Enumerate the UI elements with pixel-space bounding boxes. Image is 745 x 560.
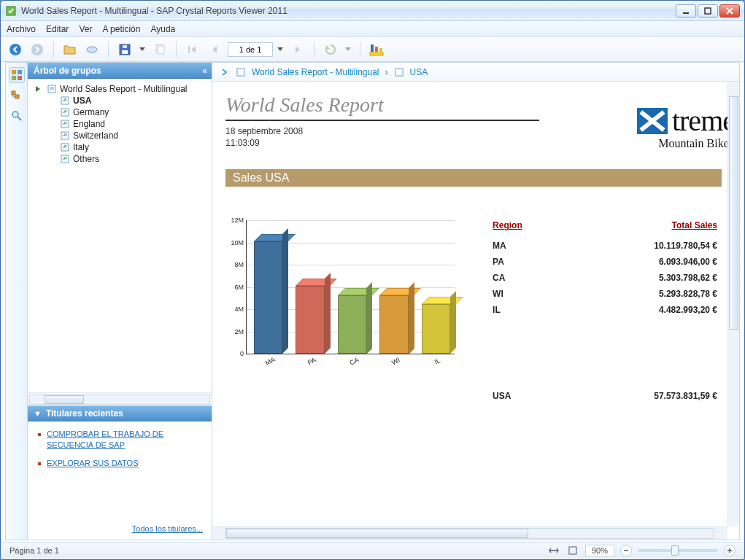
tree-node[interactable]: Others bbox=[32, 153, 209, 165]
next-page-button[interactable] bbox=[289, 41, 306, 58]
bar: MA bbox=[254, 241, 282, 354]
page-icon bbox=[60, 154, 70, 164]
nav-back-button[interactable] bbox=[7, 41, 24, 58]
col-region: Region bbox=[493, 220, 522, 230]
headline-link[interactable]: EXPLORAR SUS DATOS bbox=[47, 458, 139, 469]
tree-horizontal-scrollbar[interactable] bbox=[28, 392, 212, 405]
fit-page-button[interactable] bbox=[566, 545, 579, 556]
tree-root-label: World Sales Report - Multilingual bbox=[60, 84, 188, 94]
beta-button[interactable] bbox=[368, 41, 385, 58]
tree-node[interactable]: Germany bbox=[32, 106, 209, 118]
vertical-scrollbar[interactable] bbox=[727, 82, 739, 526]
y-tick-label: 2M bbox=[228, 328, 244, 335]
sidebar-tab-group-tree[interactable] bbox=[9, 67, 25, 83]
svg-rect-16 bbox=[379, 48, 382, 52]
chevron-right-icon bbox=[220, 67, 230, 77]
tree-root[interactable]: World Sales Report - Multilingual bbox=[32, 83, 209, 95]
save-button[interactable] bbox=[116, 41, 134, 58]
page-dropdown[interactable] bbox=[276, 42, 285, 57]
status-page: Página 1 de 1 bbox=[9, 546, 59, 555]
breadcrumb-leaf[interactable]: USA bbox=[410, 67, 428, 77]
x-tick-label: CA bbox=[348, 356, 360, 367]
menu-editar[interactable]: Editar bbox=[46, 24, 69, 34]
refresh-button[interactable] bbox=[322, 41, 339, 58]
tree-node-label: England bbox=[73, 119, 105, 129]
recent-files-button[interactable] bbox=[83, 41, 101, 58]
svg-rect-21 bbox=[18, 76, 22, 80]
horizontal-scrollbar[interactable] bbox=[212, 526, 727, 540]
headline-item: COMPROBAR EL TRABAJO DE SECUENCIA DE SAP bbox=[38, 429, 203, 451]
tree-node-label: Germany bbox=[73, 107, 109, 117]
svg-rect-13 bbox=[188, 46, 190, 53]
bullet-icon bbox=[38, 433, 41, 436]
svg-rect-14 bbox=[371, 44, 374, 52]
side-panel: Árbol de grupos « World Sales Report - M… bbox=[27, 62, 212, 540]
all-headlines-link[interactable]: Todos los titulares... bbox=[132, 524, 203, 533]
collapse-panel-icon[interactable]: « bbox=[202, 66, 206, 76]
app-icon bbox=[5, 5, 17, 17]
close-button[interactable] bbox=[719, 4, 740, 18]
svg-rect-17 bbox=[370, 52, 383, 55]
brand-mark-icon bbox=[637, 108, 668, 134]
zoom-value[interactable]: 90% bbox=[585, 545, 614, 556]
table-row: PA6.093.946,00 € bbox=[493, 254, 717, 270]
tree-node[interactable]: Italy bbox=[32, 141, 209, 153]
x-tick-label: WI bbox=[390, 357, 401, 367]
headline-link[interactable]: COMPROBAR EL TRABAJO DE SECUENCIA DE SAP bbox=[47, 429, 203, 451]
fit-width-button[interactable] bbox=[547, 545, 560, 556]
menubar: Archivo Editar Ver A petición Ayuda bbox=[1, 21, 744, 37]
brand-logo: treme Mountain Bikes bbox=[637, 106, 727, 150]
arrow-icon bbox=[34, 84, 44, 94]
tree-node[interactable]: USA bbox=[32, 95, 209, 106]
breadcrumb-separator: › bbox=[385, 67, 388, 77]
svg-rect-19 bbox=[18, 70, 22, 74]
menu-a-peticion[interactable]: A petición bbox=[102, 24, 140, 34]
prev-page-button[interactable] bbox=[206, 41, 223, 58]
save-dropdown-caret[interactable] bbox=[138, 42, 147, 57]
table-row: WI5.293.828,78 € bbox=[493, 286, 717, 302]
toolbar bbox=[1, 37, 744, 62]
zoom-out-button[interactable] bbox=[620, 545, 632, 556]
headlines-header[interactable]: ▼ Titulares recientes bbox=[28, 405, 212, 421]
x-tick-label: MA bbox=[264, 356, 277, 367]
y-tick-label: 10M bbox=[228, 239, 244, 246]
sidebar-tabs bbox=[5, 62, 27, 540]
window-title: World Sales Report - Multilingual - SAP … bbox=[21, 6, 676, 16]
zoom-in-button[interactable] bbox=[724, 545, 736, 556]
y-tick-label: 6M bbox=[228, 284, 244, 291]
svg-rect-9 bbox=[122, 50, 128, 54]
statusbar: Página 1 de 1 90% bbox=[2, 542, 743, 558]
page-icon bbox=[60, 107, 70, 117]
sidebar-tab-find[interactable] bbox=[9, 108, 25, 124]
report-icon bbox=[47, 84, 57, 94]
zoom-slider[interactable] bbox=[638, 549, 718, 552]
page-input[interactable] bbox=[228, 42, 273, 57]
minimize-button[interactable] bbox=[676, 4, 696, 18]
breadcrumb: World Sales Report - Multilingual › USA bbox=[212, 63, 739, 82]
group-tree-header[interactable]: Árbol de grupos « bbox=[28, 63, 212, 79]
menu-ver[interactable]: Ver bbox=[79, 24, 92, 34]
cell-region: IL bbox=[493, 305, 501, 315]
first-page-button[interactable] bbox=[184, 41, 201, 58]
cell-region: CA bbox=[493, 273, 505, 283]
maximize-button[interactable] bbox=[698, 4, 718, 18]
menu-ayuda[interactable]: Ayuda bbox=[150, 24, 175, 34]
divider bbox=[225, 120, 539, 121]
y-tick-label: 12M bbox=[228, 217, 244, 224]
svg-rect-23 bbox=[15, 95, 19, 98]
open-file-button[interactable] bbox=[61, 41, 79, 58]
sidebar-tab-parameters[interactable] bbox=[9, 88, 25, 104]
nav-forward-button[interactable] bbox=[28, 41, 46, 58]
copy-button[interactable] bbox=[151, 41, 169, 58]
tree-node[interactable]: England bbox=[32, 118, 209, 130]
svg-rect-10 bbox=[123, 45, 127, 48]
cell-region: PA bbox=[493, 257, 504, 267]
breadcrumb-root[interactable]: World Sales Report - Multilingual bbox=[252, 67, 379, 77]
report-area: World Sales Report - Multilingual › USA … bbox=[212, 62, 740, 540]
cell-sales: 4.482.993,20 € bbox=[659, 305, 717, 315]
menu-archivo[interactable]: Archivo bbox=[7, 24, 36, 34]
tree-node[interactable]: Switzerland bbox=[32, 130, 209, 141]
svg-point-6 bbox=[31, 44, 43, 55]
refresh-dropdown[interactable] bbox=[344, 42, 352, 57]
group-tree-title: Árbol de grupos bbox=[34, 66, 101, 76]
